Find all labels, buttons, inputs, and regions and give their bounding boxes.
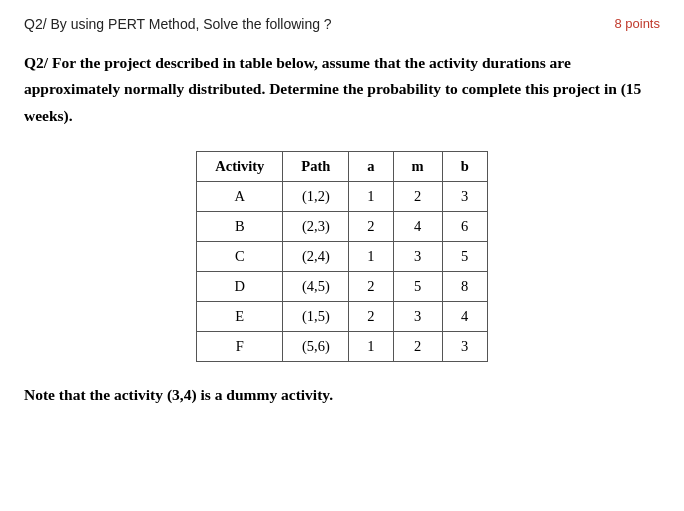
table-cell: 4 <box>393 212 442 242</box>
note-text: Note that the activity (3,4) is a dummy … <box>24 386 660 404</box>
points-badge: 8 points <box>614 16 660 31</box>
table-cell: (5,6) <box>283 332 349 362</box>
table-cell: 1 <box>349 182 393 212</box>
table-row: B(2,3)246 <box>197 212 488 242</box>
table-cell: 5 <box>393 272 442 302</box>
table-row: D(4,5)258 <box>197 272 488 302</box>
table-cell: 2 <box>393 182 442 212</box>
table-cell: 1 <box>349 332 393 362</box>
col-path: Path <box>283 152 349 182</box>
table-cell: 3 <box>442 332 487 362</box>
question-title: Q2/ By using PERT Method, Solve the foll… <box>24 16 332 32</box>
table-cell: 6 <box>442 212 487 242</box>
col-a: a <box>349 152 393 182</box>
table-cell: 8 <box>442 272 487 302</box>
table-cell: 3 <box>393 242 442 272</box>
table-cell: 2 <box>349 272 393 302</box>
table-cell: 4 <box>442 302 487 332</box>
table-row: F(5,6)123 <box>197 332 488 362</box>
table-cell: 2 <box>393 332 442 362</box>
col-activity: Activity <box>197 152 283 182</box>
table-cell: (1,5) <box>283 302 349 332</box>
table-cell: (4,5) <box>283 272 349 302</box>
table-cell: E <box>197 302 283 332</box>
table-cell: 2 <box>349 212 393 242</box>
table-cell: 3 <box>393 302 442 332</box>
table-cell: A <box>197 182 283 212</box>
table-cell: 3 <box>442 182 487 212</box>
table-cell: 2 <box>349 302 393 332</box>
table-cell: D <box>197 272 283 302</box>
col-b: b <box>442 152 487 182</box>
table-cell: B <box>197 212 283 242</box>
table-row: E(1,5)234 <box>197 302 488 332</box>
table-cell: 5 <box>442 242 487 272</box>
table-cell: (2,3) <box>283 212 349 242</box>
table-header-row: Activity Path a m b <box>197 152 488 182</box>
problem-statement: Q2/ For the project described in table b… <box>24 50 660 129</box>
table-cell: F <box>197 332 283 362</box>
table-row: A(1,2)123 <box>197 182 488 212</box>
table-cell: C <box>197 242 283 272</box>
col-m: m <box>393 152 442 182</box>
activity-table: Activity Path a m b A(1,2)123B(2,3)246C(… <box>196 151 488 362</box>
data-table-container: Activity Path a m b A(1,2)123B(2,3)246C(… <box>24 151 660 362</box>
table-cell: (2,4) <box>283 242 349 272</box>
table-row: C(2,4)135 <box>197 242 488 272</box>
table-cell: 1 <box>349 242 393 272</box>
table-cell: (1,2) <box>283 182 349 212</box>
